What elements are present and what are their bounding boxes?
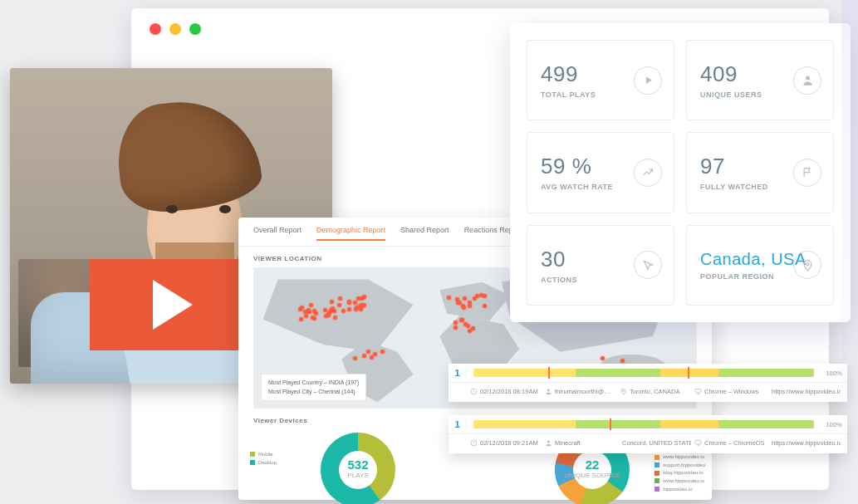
pin-icon: [793, 251, 821, 279]
pin-icon: [620, 388, 627, 395]
session-id: 1: [449, 419, 467, 429]
metrics-panel: 499 TOTAL PLAYS 409 UNIQUE USERS 59 % AV…: [510, 23, 851, 322]
monitor-icon: [694, 388, 702, 395]
svg-rect-7: [695, 441, 701, 445]
map-legend: Most Played Country – INDIA (197) Most P…: [261, 374, 366, 401]
session-id: 1: [449, 368, 467, 378]
session-row[interactable]: 1 100% 02/12/2018 08:19AM thirumalmoorth…: [449, 364, 847, 402]
window-zoom-icon[interactable]: [189, 23, 201, 35]
cursor-icon: [634, 251, 662, 279]
plays-donut-chart: 532PLAYS Mobile Desktop: [253, 433, 463, 504]
window-minimize-icon[interactable]: [169, 23, 181, 35]
legend-source-item: hippovideo.io: [655, 486, 705, 494]
legend-country: Most Played Country – INDIA (197): [268, 379, 359, 388]
metric-fully-watched: 97 FULLY WATCHED: [686, 132, 834, 213]
watch-progress-bar: [473, 369, 814, 377]
traffic-lights: [150, 23, 201, 35]
svg-point-8: [806, 76, 810, 81]
tab-shared[interactable]: Shared Report: [400, 226, 449, 241]
svg-rect-3: [695, 389, 701, 394]
metric-actions: 30 ACTIONS: [527, 225, 674, 306]
watch-progress-bar: [473, 420, 814, 428]
metric-popular-region: Canada, USA POPULAR REGION: [686, 225, 834, 306]
svg-point-1: [547, 389, 550, 392]
monitor-icon: [694, 439, 702, 447]
session-browser: Chrome – Windows: [704, 388, 758, 395]
session-time: 02/12/2018 08:19AM: [480, 388, 538, 395]
session-time: 02/12/2018 09:21AM: [480, 439, 538, 447]
clock-icon: [470, 439, 478, 447]
play-button[interactable]: [90, 259, 256, 350]
svg-point-2: [623, 390, 625, 392]
tab-demographic[interactable]: Demographic Report: [316, 226, 385, 241]
session-location: Toronto, CANADA: [630, 388, 679, 395]
session-url: https://www.hippovideo.io…: [772, 439, 841, 447]
session-user: thirumalmoorthi@…: [555, 388, 610, 395]
window-close-icon[interactable]: [150, 23, 161, 35]
metric-total-plays: 499 TOTAL PLAYS: [527, 40, 674, 120]
svg-point-9: [806, 263, 808, 266]
user-icon: [793, 66, 821, 95]
session-user: Minecraft: [555, 439, 581, 447]
user-icon: [545, 388, 552, 395]
tab-overall[interactable]: Overall Report: [253, 226, 302, 241]
play-icon: [153, 280, 193, 330]
trend-icon: [634, 159, 662, 187]
flag-icon: [793, 159, 821, 187]
session-percent: 100%: [821, 369, 847, 377]
metric-watch-rate: 59 % AVG WATCH RATE: [527, 132, 674, 213]
clock-icon: [470, 388, 478, 395]
session-location: Concord, UNITED STATES: [622, 439, 691, 447]
play-icon: [634, 66, 662, 95]
metric-unique-users: 409 UNIQUE USERS: [686, 40, 834, 120]
session-percent: 100%: [821, 421, 847, 428]
session-url: https://www.hippovideo.io…: [772, 388, 841, 395]
session-browser: Chrome – ChromeOS: [704, 439, 765, 447]
user-icon: [545, 439, 552, 447]
legend-city: Most Played City – Chennai (144): [268, 388, 359, 397]
session-row[interactable]: 1 100% 02/12/2018 09:21AM Minecraft Conc…: [449, 415, 847, 453]
svg-point-5: [547, 441, 550, 443]
